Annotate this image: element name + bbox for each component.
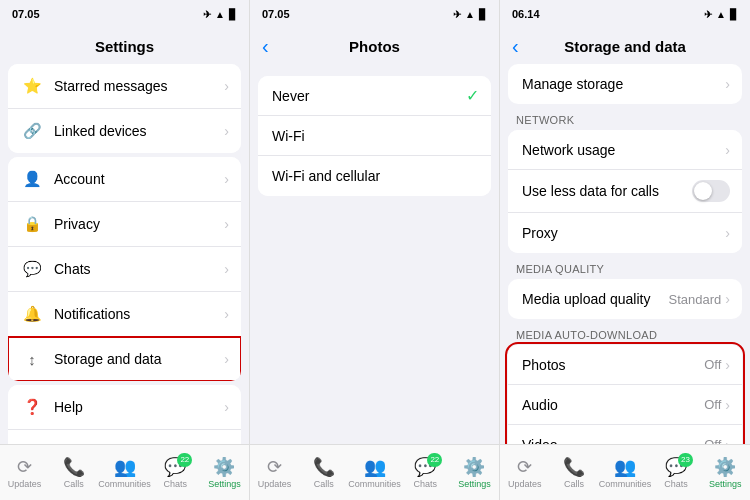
video-auto-label: Video: [522, 437, 704, 445]
airplane-icon-3: ✈: [704, 9, 712, 20]
back-button-2[interactable]: ‹: [262, 35, 269, 58]
account-icon: 👤: [20, 167, 44, 191]
media-quality-item[interactable]: Media upload quality Standard ›: [508, 279, 742, 319]
tab-communities-3[interactable]: 👥 Communities: [599, 456, 652, 489]
photos-never-item[interactable]: Never ✓: [258, 76, 491, 116]
chats-label: Chats: [54, 261, 224, 277]
video-auto-item[interactable]: Video Off ›: [508, 425, 742, 444]
chats-tab-icon-2: 💬22: [414, 456, 436, 478]
privacy-icon: 🔒: [20, 212, 44, 236]
nav-title-1: Settings: [95, 38, 154, 55]
manage-storage-item[interactable]: Manage storage ›: [508, 64, 742, 104]
settings-item-chats[interactable]: 💬 Chats ›: [8, 247, 241, 292]
starred-label: Starred messages: [54, 78, 224, 94]
chats-badge-2: 22: [427, 453, 442, 467]
photos-scroll[interactable]: Never ✓ Wi-Fi Wi-Fi and cellular: [250, 64, 499, 444]
tab-calls-1[interactable]: 📞 Calls: [49, 456, 98, 489]
settings-item-help[interactable]: ❓ Help ›: [8, 385, 241, 430]
back-button-3[interactable]: ‹: [512, 35, 519, 58]
settings-item-account[interactable]: 👤 Account ›: [8, 157, 241, 202]
tab-updates-2[interactable]: ⟳ Updates: [250, 456, 299, 489]
less-data-item[interactable]: Use less data for calls: [508, 170, 742, 213]
tab-bar-2: ⟳ Updates 📞 Calls 👥 Communities 💬22 Chat…: [250, 444, 499, 500]
battery-icon-2: ▊: [479, 9, 487, 20]
tab-chats-3[interactable]: 💬23 Chats: [651, 456, 700, 489]
calls-tab-icon-1: 📞: [63, 456, 85, 478]
help-label: Help: [54, 399, 224, 415]
storage-chevron: ›: [224, 351, 229, 367]
less-data-toggle[interactable]: [692, 180, 730, 202]
starred-icon: ⭐: [20, 74, 44, 98]
nav-bar-2: ‹ Photos: [250, 28, 499, 64]
photos-wifi-cell-label: Wi-Fi and cellular: [272, 168, 479, 184]
communities-tab-icon-1: 👥: [114, 456, 136, 478]
storage-section-autodownload: Media auto-download Photos Off › Audio O…: [500, 323, 750, 444]
notifications-label: Notifications: [54, 306, 224, 322]
tab-chats-2[interactable]: 💬22 Chats: [401, 456, 450, 489]
battery-icon: ▊: [229, 9, 237, 20]
photos-wifi-cell-item[interactable]: Wi-Fi and cellular: [258, 156, 491, 196]
calls-tab-icon-3: 📞: [563, 456, 585, 478]
network-usage-label: Network usage: [522, 142, 725, 158]
proxy-chevron: ›: [725, 225, 730, 241]
settings-group-2: 👤 Account › 🔒 Privacy › 💬 Chats › 🔔 Noti…: [8, 157, 241, 381]
proxy-item[interactable]: Proxy ›: [508, 213, 742, 253]
storage-label: Storage and data: [54, 351, 224, 367]
media-quality-label: Media upload quality: [522, 291, 669, 307]
autodownload-section-label: Media auto-download: [500, 323, 750, 345]
settings-panel: 07.05 ✈ ▲ ▊ Settings ⭐ Starred messages …: [0, 0, 250, 500]
airplane-icon: ✈: [203, 9, 211, 20]
storage-scroll[interactable]: Manage storage › Network Network usage ›…: [500, 64, 750, 444]
airplane-icon-2: ✈: [453, 9, 461, 20]
status-icons-1: ✈ ▲ ▊: [203, 9, 237, 20]
wifi-icon-2: ▲: [465, 9, 475, 20]
network-usage-chevron: ›: [725, 142, 730, 158]
photos-wifi-item[interactable]: Wi-Fi: [258, 116, 491, 156]
settings-item-starred[interactable]: ⭐ Starred messages ›: [8, 64, 241, 109]
audio-auto-chevron: ›: [725, 397, 730, 413]
photos-options-group: Never ✓ Wi-Fi Wi-Fi and cellular: [258, 76, 491, 196]
tab-settings-1[interactable]: ⚙️ Settings: [200, 456, 249, 489]
tab-chats-1[interactable]: 💬22 Chats: [151, 456, 200, 489]
chats-badge-3: 23: [678, 453, 693, 467]
updates-tab-icon-1: ⟳: [17, 456, 32, 478]
manage-storage-chevron: ›: [725, 76, 730, 92]
settings-item-storage[interactable]: ↕ Storage and data ›: [8, 337, 241, 381]
tab-settings-2[interactable]: ⚙️ Settings: [450, 456, 499, 489]
tab-communities-1[interactable]: 👥 Communities: [98, 456, 151, 489]
chats-tab-icon-3: 💬23: [665, 456, 687, 478]
account-chevron: ›: [224, 171, 229, 187]
settings-tab-label-3: Settings: [709, 479, 742, 489]
tab-calls-3[interactable]: 📞 Calls: [549, 456, 598, 489]
settings-item-linked[interactable]: 🔗 Linked devices ›: [8, 109, 241, 153]
tab-calls-2[interactable]: 📞 Calls: [299, 456, 348, 489]
settings-item-invite[interactable]: 👥 Invite a friend ›: [8, 430, 241, 444]
tab-communities-2[interactable]: 👥 Communities: [348, 456, 401, 489]
starred-chevron: ›: [224, 78, 229, 94]
photos-panel: 07.05 ✈ ▲ ▊ ‹ Photos Never ✓ Wi-Fi Wi-Fi…: [250, 0, 500, 500]
tab-updates-3[interactable]: ⟳ Updates: [500, 456, 549, 489]
section-group-2: 👤 Account › 🔒 Privacy › 💬 Chats › 🔔 Noti…: [0, 157, 249, 381]
settings-scroll-1[interactable]: ⭐ Starred messages › 🔗 Linked devices › …: [0, 64, 249, 444]
proxy-label: Proxy: [522, 225, 725, 241]
less-data-label: Use less data for calls: [522, 183, 692, 199]
nav-title-2: Photos: [349, 38, 400, 55]
tab-settings-3[interactable]: ⚙️ Settings: [701, 456, 750, 489]
settings-item-privacy[interactable]: 🔒 Privacy ›: [8, 202, 241, 247]
settings-item-notifications[interactable]: 🔔 Notifications ›: [8, 292, 241, 337]
notifications-chevron: ›: [224, 306, 229, 322]
help-chevron: ›: [224, 399, 229, 415]
communities-tab-icon-3: 👥: [614, 456, 636, 478]
network-group: Network usage › Use less data for calls …: [508, 130, 742, 253]
tab-updates-1[interactable]: ⟳ Updates: [0, 456, 49, 489]
notifications-icon: 🔔: [20, 302, 44, 326]
section-group-1: ⭐ Starred messages › 🔗 Linked devices ›: [0, 64, 249, 153]
audio-auto-item[interactable]: Audio Off ›: [508, 385, 742, 425]
linked-label: Linked devices: [54, 123, 224, 139]
calls-tab-icon-2: 📞: [313, 456, 335, 478]
status-time-3: 06.14: [512, 8, 540, 20]
communities-tab-label-2: Communities: [348, 479, 401, 489]
account-label: Account: [54, 171, 224, 187]
photos-auto-item[interactable]: Photos Off ›: [508, 345, 742, 385]
network-usage-item[interactable]: Network usage ›: [508, 130, 742, 170]
